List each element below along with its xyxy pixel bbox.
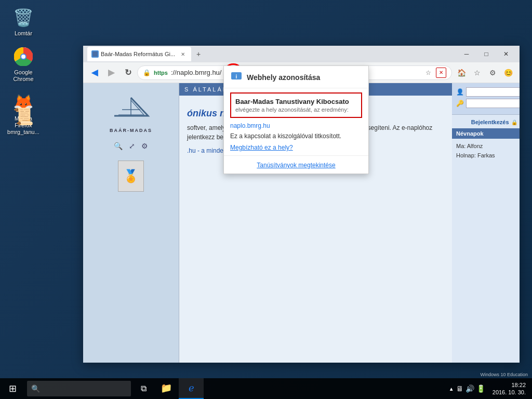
login-pass-row: 🔑 ▶ (456, 99, 515, 108)
username-input[interactable] (466, 87, 520, 97)
start-button[interactable]: ⊞ (0, 378, 25, 399)
refresh-button[interactable]: ↻ (121, 65, 135, 80)
close-button[interactable]: ✕ (497, 48, 515, 60)
browser-window: Baár-Madas Református Gi... ✕ + ─ □ ✕ ◀ … (83, 46, 520, 363)
search-icon[interactable]: 🔍 (114, 142, 123, 150)
taskbar-time-value: 18:22 (493, 381, 526, 389)
svg-rect-5 (92, 51, 98, 57)
tray-chevron-icon[interactable]: ▲ (449, 386, 454, 392)
certificate-icon: 🏅 (118, 161, 144, 192)
settings-small-icon[interactable]: ⚙ (141, 142, 148, 150)
taskbar-folder-icon[interactable]: 📁 (154, 378, 179, 399)
popup-site-box: Baar-Madas Tanustivany Kibocsato elvégez… (230, 92, 362, 118)
tab-close-button[interactable]: ✕ (179, 50, 187, 58)
recycle-bin-icon: 🗑️ (13, 7, 34, 28)
user-icon: 👤 (456, 88, 464, 96)
login-lock-icon: 🔒 (511, 119, 517, 125)
tray-network-icon: 🖥 (456, 384, 463, 393)
address-url: ://naplo.bmrg.hu/ (171, 69, 222, 76)
home-button[interactable]: 🏠 (454, 65, 469, 80)
taskbar-tray: ▲ 🖥 🔊 🔋 (445, 384, 489, 393)
taskbar: ⊞ 🔍 ⧉ 📁 ℯ ▲ 🖥 🔊 🔋 18:22 2016. (0, 378, 532, 399)
toolbar-right: 🏠 ☆ ⚙ 😊 (454, 65, 515, 80)
taskbar-right: ▲ 🖥 🔊 🔋 18:22 2016. 10. 30. (445, 381, 532, 396)
popup-title: Webhely azonosítása (247, 73, 320, 82)
bookmark-star-icon[interactable]: ☆ (422, 66, 434, 79)
bookmark-button[interactable]: ☆ (470, 65, 484, 80)
task-view-icon: ⧉ (141, 384, 147, 393)
popup-connection: Ez a kapcsolat a kiszolgálóval titkosíto… (224, 132, 368, 144)
login-button[interactable]: Bejelentkezés (471, 119, 509, 125)
browser-tab[interactable]: Baár-Madas Református Gi... ✕ (87, 47, 191, 61)
nevnapok-header: Névnapok (452, 128, 520, 139)
login-user-row: 👤 (456, 87, 515, 97)
popup-trusted-link[interactable]: Megbízható ez a hely? (224, 144, 368, 155)
lomtar-icon[interactable]: 🗑️ Lomtár (5, 5, 42, 39)
maximize-button[interactable]: □ (477, 48, 496, 60)
task-view-button[interactable]: ⧉ (133, 378, 154, 399)
security-popup: i Webhely azonosítása Baar-Madas Tanusti… (223, 65, 369, 174)
popup-url: naplo.bmrg.hu (224, 122, 368, 132)
taskbar-date-value: 2016. 10. 30. (493, 389, 526, 396)
tray-volume-icon: 🔊 (466, 384, 474, 393)
tab-title: Baár-Madas Református Gi... (101, 51, 175, 57)
back-button[interactable]: ◀ (87, 65, 102, 80)
web-sidebar: BAÁR-MADAS 🔍 ⤢ ⚙ 🏅 (83, 83, 179, 363)
svg-text:i: i (236, 74, 237, 79)
ie-icon: ℯ (189, 382, 194, 394)
folder-icon: 📁 (161, 382, 172, 394)
web-login-form: 👤 🔑 ▶ (452, 83, 520, 115)
taskbar-search[interactable]: 🔍 (27, 381, 131, 396)
taskbar-clock[interactable]: 18:22 2016. 10. 30. (493, 381, 528, 396)
nevnapok-content: Ma: Alfonz Holnap: Farkas (452, 139, 520, 163)
bmrg-label: bmrg_tanu... (7, 129, 39, 136)
tab-favicon (91, 50, 99, 58)
svg-point-4 (21, 55, 25, 59)
lock-icon: 🔒 (143, 69, 151, 76)
browser-window-controls: ─ □ ✕ (457, 48, 515, 60)
windows-edition-label: Windows 10 Education (480, 372, 528, 377)
tray-battery-icon: 🔋 (476, 384, 485, 393)
popup-header: i Webhely azonosítása (224, 66, 368, 88)
address-right-icons: ☆ ✕ (422, 66, 446, 79)
chrome-logo-icon (13, 46, 34, 67)
password-input[interactable] (466, 99, 520, 108)
new-tab-icon: + (196, 50, 201, 58)
chrome-label: Google Chrome (7, 69, 39, 83)
lomtar-label: Lomtár (15, 30, 32, 37)
stop-loading-button[interactable]: ✕ (436, 68, 446, 78)
web-sidebar-bottom: 🏅 (88, 161, 174, 192)
taskbar-ie-icon[interactable]: ℯ (179, 378, 204, 399)
desktop: 🗑️ Lomtár Goo (0, 0, 532, 399)
school-logo (110, 94, 152, 122)
https-label: https (154, 70, 168, 76)
school-name: BAÁR-MADAS (110, 127, 152, 134)
start-icon: ⊞ (9, 383, 17, 394)
forward-button[interactable]: ▶ (104, 65, 118, 80)
password-icon: 🔑 (456, 100, 464, 107)
chrome-icon[interactable]: Google Chrome (5, 44, 42, 85)
popup-shield-icon: i (230, 71, 243, 84)
bmrg-icon: 📜 (13, 106, 34, 127)
taskbar-apps: 📁 ℯ (154, 378, 204, 399)
desktop-icons-col2: 📜 bmrg_tanu... (5, 104, 42, 138)
popup-cert-button[interactable]: Tanúsítványok megtekintése (257, 162, 335, 169)
new-tab-button[interactable]: + (193, 47, 204, 61)
user-icon-button[interactable]: 😊 (501, 65, 515, 80)
login-button-area: Bejelentkezés 🔒 (452, 115, 520, 128)
minimize-button[interactable]: ─ (457, 48, 476, 60)
settings-button[interactable]: ⚙ (485, 65, 500, 80)
bmrg-desktop-icon[interactable]: 📜 bmrg_tanu... (5, 104, 42, 138)
web-right-panel: 👤 🔑 ▶ Bejelentkezés 🔒 Névnapok (452, 83, 520, 363)
popup-site-desc: elvégezte a hely azonosítását, az eredmé… (235, 107, 357, 113)
sidebar-icons: 🔍 ⤢ ⚙ (114, 142, 148, 150)
popup-site-name: Baar-Madas Tanustivany Kibocsato (235, 98, 357, 105)
nevnapok-holnap: Holnap: Farkas (456, 151, 515, 161)
browser-title-bar: Baár-Madas Református Gi... ✕ + ─ □ ✕ (83, 46, 520, 62)
nevnapok-ma: Ma: Alfonz (456, 142, 515, 151)
popup-footer: Tanúsítványok megtekintése (224, 155, 368, 174)
search-icon: 🔍 (31, 384, 40, 393)
resize-icon: ⤢ (129, 142, 135, 150)
